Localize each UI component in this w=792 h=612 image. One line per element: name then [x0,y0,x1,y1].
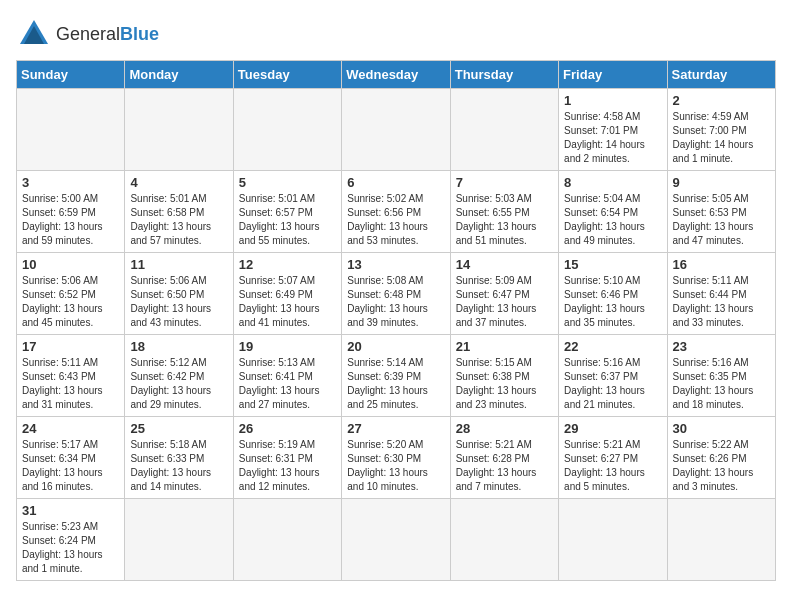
calendar-cell: 29Sunrise: 5:21 AM Sunset: 6:27 PM Dayli… [559,417,667,499]
calendar-cell: 14Sunrise: 5:09 AM Sunset: 6:47 PM Dayli… [450,253,558,335]
day-info: Sunrise: 5:12 AM Sunset: 6:42 PM Dayligh… [130,356,227,412]
calendar-cell [559,499,667,581]
day-info: Sunrise: 5:10 AM Sunset: 6:46 PM Dayligh… [564,274,661,330]
calendar-cell [450,89,558,171]
calendar-cell [667,499,775,581]
calendar-cell: 2Sunrise: 4:59 AM Sunset: 7:00 PM Daylig… [667,89,775,171]
calendar-cell [342,499,450,581]
day-number: 30 [673,421,770,436]
day-info: Sunrise: 5:23 AM Sunset: 6:24 PM Dayligh… [22,520,119,576]
calendar-cell [125,89,233,171]
day-info: Sunrise: 5:19 AM Sunset: 6:31 PM Dayligh… [239,438,336,494]
calendar-cell: 3Sunrise: 5:00 AM Sunset: 6:59 PM Daylig… [17,171,125,253]
calendar-cell: 23Sunrise: 5:16 AM Sunset: 6:35 PM Dayli… [667,335,775,417]
day-number: 14 [456,257,553,272]
calendar-cell [342,89,450,171]
calendar-cell: 27Sunrise: 5:20 AM Sunset: 6:30 PM Dayli… [342,417,450,499]
logo-icon [16,16,52,52]
day-of-week-header: Thursday [450,61,558,89]
day-number: 28 [456,421,553,436]
calendar-header-row: SundayMondayTuesdayWednesdayThursdayFrid… [17,61,776,89]
day-info: Sunrise: 5:16 AM Sunset: 6:37 PM Dayligh… [564,356,661,412]
calendar-cell: 5Sunrise: 5:01 AM Sunset: 6:57 PM Daylig… [233,171,341,253]
calendar-cell: 12Sunrise: 5:07 AM Sunset: 6:49 PM Dayli… [233,253,341,335]
calendar-table: SundayMondayTuesdayWednesdayThursdayFrid… [16,60,776,581]
day-number: 19 [239,339,336,354]
day-number: 29 [564,421,661,436]
day-info: Sunrise: 5:05 AM Sunset: 6:53 PM Dayligh… [673,192,770,248]
day-number: 18 [130,339,227,354]
day-info: Sunrise: 5:16 AM Sunset: 6:35 PM Dayligh… [673,356,770,412]
day-info: Sunrise: 5:13 AM Sunset: 6:41 PM Dayligh… [239,356,336,412]
day-number: 27 [347,421,444,436]
day-of-week-header: Tuesday [233,61,341,89]
day-number: 21 [456,339,553,354]
day-number: 16 [673,257,770,272]
day-number: 24 [22,421,119,436]
day-info: Sunrise: 5:18 AM Sunset: 6:33 PM Dayligh… [130,438,227,494]
day-number: 9 [673,175,770,190]
calendar-cell [233,499,341,581]
day-number: 20 [347,339,444,354]
day-info: Sunrise: 5:06 AM Sunset: 6:50 PM Dayligh… [130,274,227,330]
day-info: Sunrise: 5:01 AM Sunset: 6:57 PM Dayligh… [239,192,336,248]
calendar-cell [17,89,125,171]
calendar-cell: 8Sunrise: 5:04 AM Sunset: 6:54 PM Daylig… [559,171,667,253]
calendar-cell: 19Sunrise: 5:13 AM Sunset: 6:41 PM Dayli… [233,335,341,417]
logo: GeneralBlue [16,16,159,52]
day-number: 8 [564,175,661,190]
calendar-cell: 17Sunrise: 5:11 AM Sunset: 6:43 PM Dayli… [17,335,125,417]
day-info: Sunrise: 5:22 AM Sunset: 6:26 PM Dayligh… [673,438,770,494]
day-info: Sunrise: 5:17 AM Sunset: 6:34 PM Dayligh… [22,438,119,494]
day-number: 10 [22,257,119,272]
day-info: Sunrise: 5:06 AM Sunset: 6:52 PM Dayligh… [22,274,119,330]
calendar-cell: 7Sunrise: 5:03 AM Sunset: 6:55 PM Daylig… [450,171,558,253]
calendar-week-row: 10Sunrise: 5:06 AM Sunset: 6:52 PM Dayli… [17,253,776,335]
calendar-cell: 11Sunrise: 5:06 AM Sunset: 6:50 PM Dayli… [125,253,233,335]
day-number: 11 [130,257,227,272]
day-number: 26 [239,421,336,436]
day-of-week-header: Friday [559,61,667,89]
calendar-week-row: 1Sunrise: 4:58 AM Sunset: 7:01 PM Daylig… [17,89,776,171]
day-info: Sunrise: 5:08 AM Sunset: 6:48 PM Dayligh… [347,274,444,330]
day-number: 12 [239,257,336,272]
day-of-week-header: Monday [125,61,233,89]
day-number: 6 [347,175,444,190]
calendar-cell: 20Sunrise: 5:14 AM Sunset: 6:39 PM Dayli… [342,335,450,417]
day-number: 4 [130,175,227,190]
calendar-cell: 25Sunrise: 5:18 AM Sunset: 6:33 PM Dayli… [125,417,233,499]
day-number: 7 [456,175,553,190]
calendar-cell: 28Sunrise: 5:21 AM Sunset: 6:28 PM Dayli… [450,417,558,499]
day-info: Sunrise: 5:11 AM Sunset: 6:44 PM Dayligh… [673,274,770,330]
day-info: Sunrise: 5:21 AM Sunset: 6:28 PM Dayligh… [456,438,553,494]
day-number: 23 [673,339,770,354]
day-info: Sunrise: 5:21 AM Sunset: 6:27 PM Dayligh… [564,438,661,494]
calendar-cell: 22Sunrise: 5:16 AM Sunset: 6:37 PM Dayli… [559,335,667,417]
day-number: 22 [564,339,661,354]
day-info: Sunrise: 4:58 AM Sunset: 7:01 PM Dayligh… [564,110,661,166]
day-number: 17 [22,339,119,354]
day-of-week-header: Saturday [667,61,775,89]
calendar-week-row: 3Sunrise: 5:00 AM Sunset: 6:59 PM Daylig… [17,171,776,253]
calendar-cell: 16Sunrise: 5:11 AM Sunset: 6:44 PM Dayli… [667,253,775,335]
day-number: 15 [564,257,661,272]
day-number: 1 [564,93,661,108]
day-number: 25 [130,421,227,436]
calendar-week-row: 31Sunrise: 5:23 AM Sunset: 6:24 PM Dayli… [17,499,776,581]
calendar-cell: 9Sunrise: 5:05 AM Sunset: 6:53 PM Daylig… [667,171,775,253]
day-number: 31 [22,503,119,518]
day-info: Sunrise: 5:02 AM Sunset: 6:56 PM Dayligh… [347,192,444,248]
day-info: Sunrise: 5:14 AM Sunset: 6:39 PM Dayligh… [347,356,444,412]
day-number: 13 [347,257,444,272]
calendar-cell: 15Sunrise: 5:10 AM Sunset: 6:46 PM Dayli… [559,253,667,335]
calendar-cell: 1Sunrise: 4:58 AM Sunset: 7:01 PM Daylig… [559,89,667,171]
calendar-cell [450,499,558,581]
day-of-week-header: Sunday [17,61,125,89]
calendar-cell: 26Sunrise: 5:19 AM Sunset: 6:31 PM Dayli… [233,417,341,499]
calendar-cell [125,499,233,581]
day-info: Sunrise: 5:09 AM Sunset: 6:47 PM Dayligh… [456,274,553,330]
calendar-cell: 21Sunrise: 5:15 AM Sunset: 6:38 PM Dayli… [450,335,558,417]
day-info: Sunrise: 5:15 AM Sunset: 6:38 PM Dayligh… [456,356,553,412]
day-number: 5 [239,175,336,190]
logo-text: GeneralBlue [56,24,159,45]
